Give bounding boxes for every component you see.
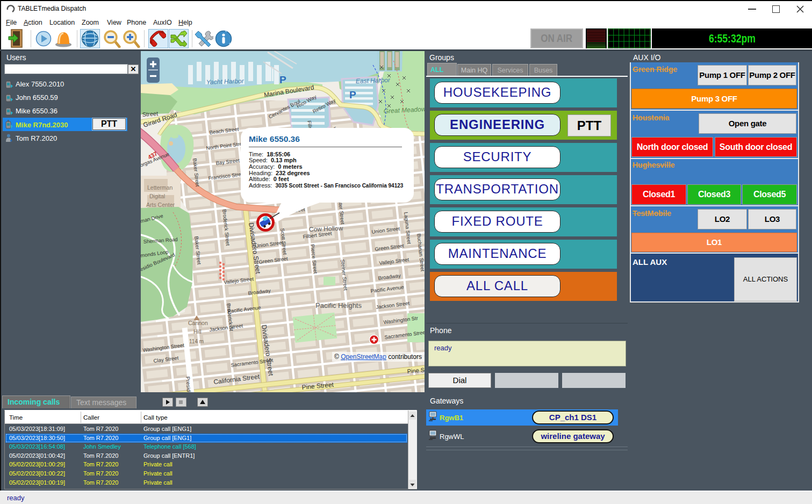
svg-text:Yacht Harbor: Yacht Harbor: [206, 77, 245, 86]
svg-text:Speed: 0.13 mph: Speed: 0.13 mph: [249, 157, 297, 163]
svg-text:Digital: Digital: [149, 193, 165, 199]
svg-text:Letterman: Letterman: [147, 184, 173, 191]
svg-text:Accuracy: 0 meters: Accuracy: 0 meters: [249, 163, 303, 170]
svg-text:114 m: 114 m: [189, 339, 204, 344]
svg-text:P: P: [279, 74, 286, 85]
svg-text:Pacific Heights: Pacific Heights: [315, 301, 362, 309]
svg-text:Altitude: 0 feet: Altitude: 0 feet: [249, 176, 289, 182]
svg-text:Hill: Hill: [193, 328, 202, 335]
svg-text:© OpenStreetMap contributors: © OpenStreetMap contributors: [334, 353, 422, 361]
svg-text:Mike 6550.36: Mike 6550.36: [249, 134, 300, 143]
svg-text:Time: 18:55:06: Time: 18:55:06: [249, 151, 290, 157]
svg-text:Arts Center: Arts Center: [146, 201, 175, 208]
svg-text:Cannon: Cannon: [188, 320, 208, 326]
svg-text:P: P: [349, 89, 356, 100]
svg-text:Heading: 232 degrees: Heading: 232 degrees: [249, 170, 310, 176]
svg-text:East Harbor: East Harbor: [356, 76, 391, 85]
svg-text:Address: 3035 Scott Street - S: Address: 3035 Scott Street - San Francis…: [249, 182, 404, 189]
svg-text:Street: Street: [142, 110, 158, 118]
